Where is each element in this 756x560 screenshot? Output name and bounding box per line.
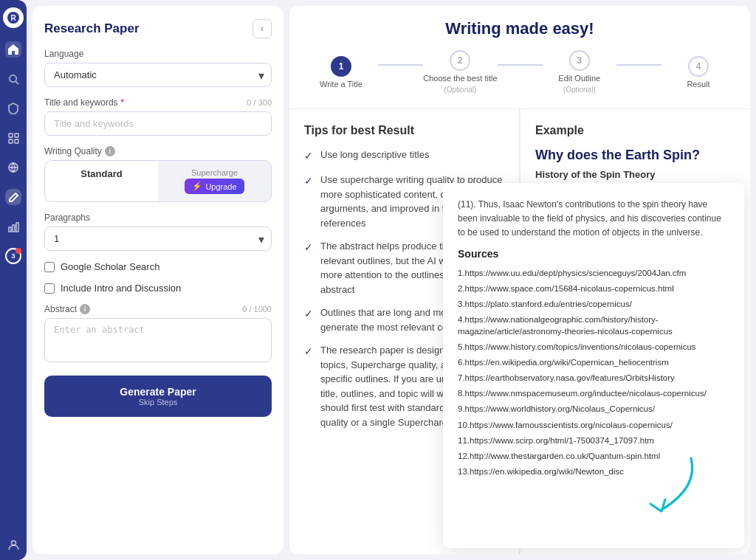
include-intro-label: Include Intro and Discussion: [61, 283, 181, 294]
step-4-label: Result: [687, 80, 709, 89]
step-3-label: Edit Outline: [558, 74, 600, 83]
step-1-circle: 1: [331, 56, 351, 77]
standard-option[interactable]: Standard: [45, 161, 158, 201]
nav-chart-icon[interactable]: [5, 218, 21, 235]
nav-badge-icon[interactable]: 3: [5, 248, 21, 264]
nav-grid-icon[interactable]: [5, 130, 21, 146]
nav-user-icon[interactable]: [5, 536, 21, 553]
step-1-label: Write a Title: [320, 80, 362, 89]
tips-heading: Tips for best Result: [304, 124, 504, 137]
sidebar-title: Research Paper: [44, 21, 140, 36]
svg-line-3: [16, 81, 18, 84]
abstract-char-count: 0 / 1000: [242, 305, 272, 314]
nav-edit-icon[interactable]: [5, 189, 21, 205]
svg-rect-7: [15, 139, 18, 143]
paragraphs-section: Paragraphs 1 2 3 4 5: [44, 212, 272, 251]
step-4-circle: 4: [688, 56, 709, 77]
google-scholar-row: Google Scholar Search: [44, 261, 272, 272]
step-3-circle: 3: [569, 50, 590, 71]
left-navigation: R 3: [0, 0, 27, 560]
nav-badge-number: 3: [11, 252, 15, 260]
generate-paper-button[interactable]: Generate Paper Skip Steps: [44, 376, 272, 417]
svg-rect-4: [9, 134, 13, 137]
sidebar-header: Research Paper ‹: [44, 19, 272, 38]
supercharge-label: Supercharge: [191, 168, 238, 177]
example-paper-title: Why does the Earth Spin?: [535, 148, 735, 163]
google-scholar-label: Google Scholar Search: [61, 261, 159, 272]
svg-rect-12: [16, 223, 18, 232]
app-logo: R: [3, 7, 24, 28]
main-header: Writing made easy! 1 Write a Title 2 Cho…: [289, 6, 750, 109]
source-4[interactable]: 4.https://www.nationalgeographic.com/his…: [458, 314, 729, 337]
required-indicator: *: [121, 97, 125, 108]
step-2-label: Choose the best title: [423, 74, 497, 83]
svg-rect-6: [9, 139, 13, 143]
title-keywords-label: Title and keywords * 0 / 300: [44, 97, 272, 108]
svg-rect-10: [9, 227, 11, 232]
step-line-2: [498, 64, 543, 66]
source-8[interactable]: 8.https://www.nmspacemuseum.org/inductee…: [458, 387, 729, 399]
tip-4-icon: ✓: [304, 306, 313, 334]
source-3[interactable]: 3.https://plato.stanford.edu/entries/cop…: [458, 298, 729, 310]
source-6[interactable]: 6.https://en.wikipedia.org/wiki/Copernic…: [458, 356, 729, 368]
source-2[interactable]: 2.https://www.space.com/15684-nicolaus-c…: [458, 283, 729, 294]
language-select[interactable]: Automatic English Spanish French German: [44, 63, 272, 87]
source-11[interactable]: 11.https://www.scirp.org/html/1-7500374_…: [458, 435, 729, 446]
source-5[interactable]: 5.https://www.history.com/topics/inventi…: [458, 341, 729, 353]
supercharge-option[interactable]: Supercharge ⚡ Upgrade: [158, 161, 271, 201]
step-line-3: [616, 64, 662, 66]
title-keywords-input[interactable]: [44, 111, 272, 136]
writing-quality-info-icon: i: [105, 146, 115, 156]
language-select-wrapper: Automatic English Spanish French German: [44, 63, 272, 87]
writing-quality-section: Writing Quality i Standard Supercharge ⚡…: [44, 146, 272, 202]
nav-home-icon[interactable]: [5, 41, 21, 58]
include-intro-checkbox[interactable]: [44, 283, 55, 294]
source-13[interactable]: 13.https://en.wikipedia.org/wiki/Newton_…: [458, 466, 729, 477]
sources-title: Sources: [458, 248, 729, 260]
paragraphs-label: Paragraphs: [44, 212, 272, 223]
example-heading: Example: [535, 124, 735, 137]
tip-3-icon: ✓: [304, 240, 313, 297]
svg-point-2: [9, 75, 16, 81]
badge-notification-dot: [16, 248, 21, 254]
step-1: 1 Write a Title: [304, 56, 378, 89]
svg-rect-5: [15, 134, 18, 137]
step-line-1: [378, 64, 423, 66]
tip-1: ✓ Use long descriptive titles: [304, 148, 504, 164]
title-keywords-section: Title and keywords * 0 / 300: [44, 97, 272, 136]
language-label: Language: [44, 49, 272, 59]
collapse-button[interactable]: ‹: [252, 19, 272, 38]
paragraphs-select[interactable]: 1 2 3 4 5: [44, 227, 272, 251]
source-7[interactable]: 7.https://earthobservatory.nasa.gov/feat…: [458, 372, 729, 384]
step-4: 4 Result: [662, 56, 735, 89]
nav-shield-icon[interactable]: [5, 100, 21, 117]
sidebar-panel: Research Paper ‹ Language Automatic Engl…: [32, 6, 284, 554]
collapse-icon: ‹: [261, 24, 264, 34]
source-12[interactable]: 12.http://www.thestargarden.co.uk/Quantu…: [458, 450, 729, 462]
language-section: Language Automatic English Spanish Frenc…: [44, 49, 272, 87]
step-3: 3 Edit Outline (Optional): [543, 50, 616, 94]
svg-rect-11: [13, 225, 15, 232]
abstract-section: Abstract i 0 / 1000: [44, 304, 272, 365]
google-scholar-checkbox[interactable]: [44, 262, 55, 272]
svg-point-13: [11, 541, 16, 545]
main-panel: Writing made easy! 1 Write a Title 2 Cho…: [289, 6, 750, 554]
step-2: 2 Choose the best title (Optional): [423, 50, 497, 94]
paragraphs-select-wrapper: 1 2 3 4 5: [44, 227, 272, 251]
abstract-textarea[interactable]: [44, 318, 272, 362]
sources-popup: (11). Thus, Isaac Newton's contributions…: [443, 183, 744, 548]
steps-wizard: 1 Write a Title 2 Choose the best title …: [304, 50, 735, 94]
writing-quality-options: Standard Supercharge ⚡ Upgrade: [44, 160, 272, 202]
main-heading: Writing made easy!: [304, 19, 735, 38]
step-2-circle: 2: [450, 50, 470, 71]
nav-translate-icon[interactable]: [5, 159, 21, 176]
popup-intro-text: (11). Thus, Isaac Newton's contributions…: [458, 198, 729, 241]
upgrade-button[interactable]: ⚡ Upgrade: [185, 179, 244, 194]
source-1[interactable]: 1.https://www.uu.edu/dept/physics/scienc…: [458, 267, 729, 279]
abstract-info-icon: i: [80, 304, 90, 314]
source-10[interactable]: 10.https://www.famousscientists.org/nico…: [458, 419, 729, 431]
nav-search-icon[interactable]: [5, 71, 21, 87]
source-9[interactable]: 9.https://www.worldhistory.org/Nicolaus_…: [458, 403, 729, 415]
tip-5-icon: ✓: [304, 344, 313, 429]
svg-text:R: R: [10, 14, 16, 22]
